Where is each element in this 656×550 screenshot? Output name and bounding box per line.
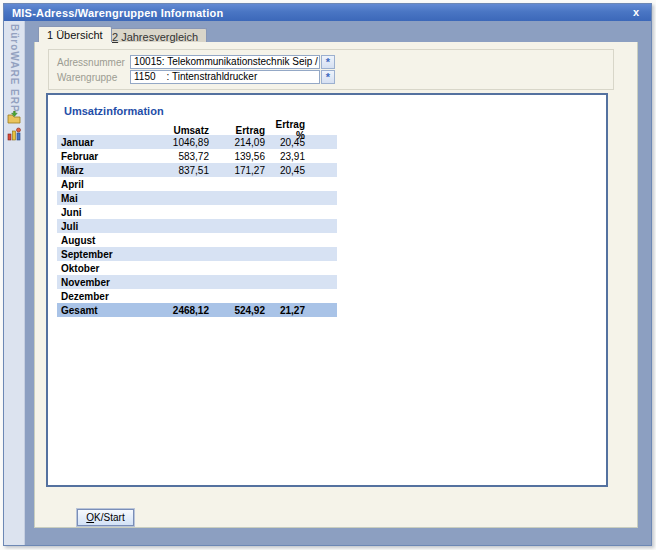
- tab-label: Jahresvergleich: [121, 31, 198, 43]
- ertrag-pct-cell: 20,45: [267, 137, 307, 148]
- panel-title: Umsatzinformation: [64, 105, 164, 117]
- table-header-row: Umsatz Ertrag Ertrag %: [57, 119, 337, 133]
- month-cell: November: [57, 277, 149, 288]
- umsatzinformation-panel: Umsatzinformation Umsatz Ertrag Ertrag %…: [46, 93, 608, 487]
- tab-label: Übersicht: [56, 29, 102, 41]
- tab-number: 2: [112, 31, 118, 43]
- total-label: Gesamt: [57, 305, 149, 316]
- column-header-umsatz: Umsatz: [149, 125, 211, 136]
- main-area: 1Übersicht 2Jahresvergleich Adressnummer…: [25, 21, 651, 545]
- month-cell: Januar: [57, 137, 149, 148]
- ok-start-button[interactable]: OK/Start: [77, 509, 134, 526]
- column-header-ertrag: Ertrag: [211, 125, 267, 136]
- total-row: Gesamt 2468,12 524,92 21,27: [57, 303, 337, 317]
- total-umsatz-cell: 2468,12: [149, 305, 211, 316]
- table-row: Februar583,72139,5623,91: [57, 149, 337, 163]
- table-row: August: [57, 233, 337, 247]
- total-ertrag-cell: 524,92: [211, 305, 267, 316]
- warengruppe-label: Warengruppe: [57, 72, 130, 83]
- table-row: März837,51171,2720,45: [57, 163, 337, 177]
- warengruppe-spinner-button[interactable]: *: [321, 70, 335, 84]
- ertrag-cell: 139,56: [211, 151, 267, 162]
- umsatz-cell: 837,51: [149, 165, 211, 176]
- tab-jahresvergleich[interactable]: 2Jahresvergleich: [103, 28, 207, 42]
- table-body: Januar1046,89214,0920,45Februar583,72139…: [57, 135, 337, 303]
- ok-rest: K/Start: [94, 512, 125, 523]
- tab-bar: 1Übersicht 2Jahresvergleich: [25, 21, 651, 42]
- ertrag-pct-cell: 23,91: [267, 151, 307, 162]
- table-row: September: [57, 247, 337, 261]
- titlebar: MIS-Adress/Warengruppen Information x: [4, 4, 651, 21]
- umsatz-cell: 1046,89: [149, 137, 211, 148]
- window-body: BüroWARE ERP 1Übersicht 2Jahresvergleich: [4, 21, 651, 545]
- umsatz-cell: 583,72: [149, 151, 211, 162]
- month-cell: März: [57, 165, 149, 176]
- ok-mnemonic: O: [86, 512, 94, 523]
- month-cell: August: [57, 235, 149, 246]
- statistics-chart-icon[interactable]: [7, 127, 22, 141]
- warengruppe-field[interactable]: 1150 : Tintenstrahldrucker: [130, 70, 320, 84]
- ertrag-cell: 171,27: [211, 165, 267, 176]
- ertrag-pct-cell: 20,45: [267, 165, 307, 176]
- selection-field-group: Adressnummer 10015: Telekommunikationste…: [48, 49, 614, 90]
- adressnummer-spinner-button[interactable]: *: [321, 55, 335, 69]
- tab-uebersicht[interactable]: 1Übersicht: [38, 26, 112, 42]
- month-cell: Februar: [57, 151, 149, 162]
- close-icon[interactable]: x: [629, 5, 643, 20]
- adressnummer-label: Adressnummer: [57, 57, 130, 68]
- month-cell: Juni: [57, 207, 149, 218]
- month-cell: Dezember: [57, 291, 149, 302]
- table-row: Juni: [57, 205, 337, 219]
- table-row: Januar1046,89214,0920,45: [57, 135, 337, 149]
- tab-number: 1: [47, 29, 53, 41]
- app-window: MIS-Adress/Warengruppen Information x Bü…: [3, 3, 652, 546]
- tab-page-uebersicht: Adressnummer 10015: Telekommunikationste…: [34, 42, 638, 528]
- total-ertrag-pct-cell: 21,27: [267, 305, 307, 316]
- month-cell: Juli: [57, 221, 149, 232]
- sidebar: BüroWARE ERP: [4, 21, 25, 545]
- month-cell: Mai: [57, 193, 149, 204]
- brand-vertical-text: BüroWARE ERP: [9, 24, 20, 113]
- table-row: April: [57, 177, 337, 191]
- month-cell: April: [57, 179, 149, 190]
- adressnummer-field[interactable]: 10015: Telekommunikationstechnik Seip / …: [130, 55, 320, 69]
- table-row: November: [57, 275, 337, 289]
- month-cell: September: [57, 249, 149, 260]
- umsatz-table: Umsatz Ertrag Ertrag % Januar1046,89214,…: [57, 119, 337, 317]
- adressnummer-row: Adressnummer 10015: Telekommunikationste…: [57, 55, 335, 69]
- warengruppe-row: Warengruppe 1150 : Tintenstrahldrucker *: [57, 70, 335, 84]
- table-row: Juli: [57, 219, 337, 233]
- table-row: Mai: [57, 191, 337, 205]
- window-title: MIS-Adress/Warengruppen Information: [12, 7, 223, 19]
- folder-import-icon[interactable]: [7, 111, 22, 125]
- month-cell: Oktober: [57, 263, 149, 274]
- ertrag-cell: 214,09: [211, 137, 267, 148]
- table-row: Dezember: [57, 289, 337, 303]
- table-row: Oktober: [57, 261, 337, 275]
